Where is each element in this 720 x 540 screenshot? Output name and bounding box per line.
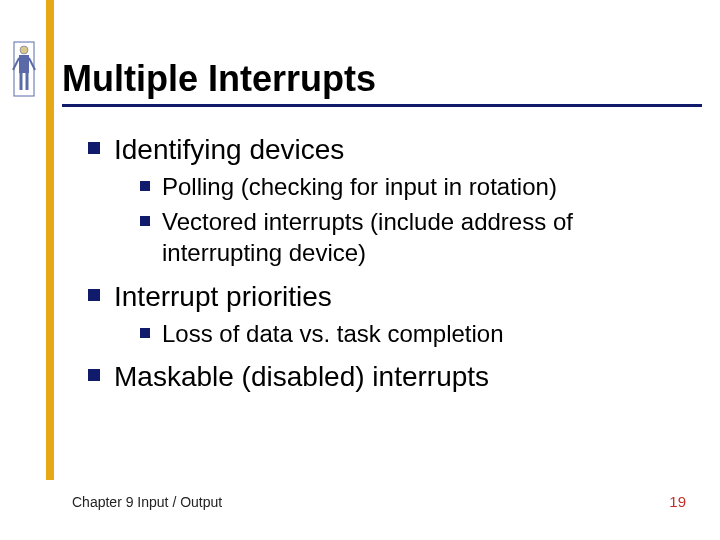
bullet-text: Vectored interrupts (include address of … xyxy=(162,206,682,268)
bullet-level1: Interrupt priorities xyxy=(88,279,702,314)
square-bullet-icon xyxy=(140,216,150,226)
slide-title: Multiple Interrupts xyxy=(62,58,376,100)
bullet-text: Loss of data vs. task completion xyxy=(162,318,504,349)
square-bullet-icon xyxy=(140,328,150,338)
bullet-level1: Identifying devices xyxy=(88,132,702,167)
bullet-level1: Maskable (disabled) interrupts xyxy=(88,359,702,394)
title-underline xyxy=(62,104,702,107)
decorative-figure-icon xyxy=(10,40,38,98)
bullet-text: Interrupt priorities xyxy=(114,279,332,314)
svg-point-1 xyxy=(20,46,28,54)
footer-chapter: Chapter 9 Input / Output xyxy=(72,494,222,510)
square-bullet-icon xyxy=(88,142,100,154)
bullet-level2: Loss of data vs. task completion xyxy=(140,318,702,349)
svg-rect-2 xyxy=(19,55,29,73)
bullet-text: Maskable (disabled) interrupts xyxy=(114,359,489,394)
bullet-text: Polling (checking for input in rotation) xyxy=(162,171,557,202)
square-bullet-icon xyxy=(140,181,150,191)
slide-content: Identifying devices Polling (checking fo… xyxy=(62,122,702,398)
accent-vertical-bar xyxy=(46,0,54,480)
square-bullet-icon xyxy=(88,289,100,301)
slide: Multiple Interrupts Identifying devices … xyxy=(0,0,720,540)
page-number: 19 xyxy=(669,493,686,510)
bullet-level2: Vectored interrupts (include address of … xyxy=(140,206,702,268)
square-bullet-icon xyxy=(88,369,100,381)
bullet-text: Identifying devices xyxy=(114,132,344,167)
bullet-level2: Polling (checking for input in rotation) xyxy=(140,171,702,202)
